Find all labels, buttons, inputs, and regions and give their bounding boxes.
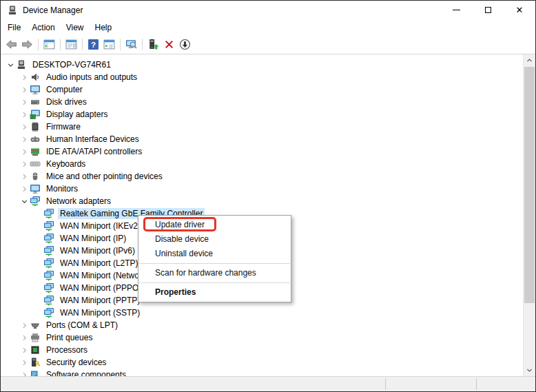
tree-item-firmware[interactable]: Firmware	[1, 121, 523, 133]
back-arrow-icon	[6, 39, 17, 50]
tree-item-print-queues[interactable]: Print queues	[1, 331, 523, 344]
tree-item-disk-drives[interactable]: Disk drives	[1, 96, 523, 108]
network-icon	[43, 307, 54, 318]
network-icon	[30, 196, 41, 207]
collapsed-chevron-icon[interactable]	[19, 332, 30, 343]
menu-separator	[139, 263, 290, 264]
tree-item-label: WAN Miniport (IKEv2)	[58, 220, 143, 231]
show-console-tree-button[interactable]	[41, 37, 57, 52]
tree-item-ports-com-lpt[interactable]: Ports (COM & LPT)	[1, 319, 523, 331]
menu-item-properties[interactable]: Properties	[138, 285, 291, 300]
tree-item-label: Network adapters	[44, 196, 113, 207]
collapsed-chevron-icon[interactable]	[19, 134, 30, 145]
tree-item-monitors[interactable]: Monitors	[1, 183, 523, 195]
network-icon	[43, 295, 54, 306]
action-pane-icon	[103, 39, 115, 50]
expanded-chevron-icon[interactable]	[19, 196, 30, 207]
collapsed-chevron-icon[interactable]	[19, 357, 30, 368]
tree-item-label: Software components	[44, 369, 128, 376]
close-button[interactable]: ✕	[504, 1, 535, 19]
menu-bar: FileActionViewHelp	[1, 19, 535, 35]
maximize-button[interactable]	[472, 1, 504, 19]
tree-item-wan-miniport-sstp[interactable]: WAN Miniport (SSTP)	[1, 307, 523, 319]
menubar-item-help[interactable]: Help	[90, 21, 118, 34]
help-button[interactable]: ?	[85, 37, 101, 52]
properties-icon	[65, 39, 77, 50]
collapsed-chevron-icon[interactable]	[19, 369, 30, 376]
menu-item-uninstall-device[interactable]: Uninstall device	[138, 247, 291, 261]
menu-item-label: Scan for hardware changes	[155, 268, 256, 278]
scan-hardware-changes-icon	[179, 39, 191, 50]
tree-item-label: Keyboards	[44, 158, 87, 169]
tree-item-human-interface-devices[interactable]: Human Interface Devices	[1, 133, 523, 145]
tree-item-label: Computer	[44, 84, 85, 95]
collapsed-chevron-icon[interactable]	[19, 344, 30, 355]
tree-item-keyboards[interactable]: Keyboards	[1, 158, 523, 170]
ide-icon	[30, 146, 41, 157]
uninstall-device-button[interactable]	[161, 37, 177, 52]
statusbar-divider	[476, 378, 477, 390]
tree-item-software-components[interactable]: Software components	[1, 369, 523, 376]
tree-item-desktop-vg74r61[interactable]: DESKTOP-VG74R61	[1, 59, 523, 71]
statusbar-divider	[385, 378, 386, 390]
menu-item-disable-device[interactable]: Disable device	[138, 232, 291, 247]
collapsed-chevron-icon[interactable]	[19, 96, 30, 107]
tree-item-label: WAN Miniport (IP)	[58, 233, 128, 244]
context-menu: Update driverDisable deviceUninstall dev…	[138, 215, 291, 302]
ports-icon	[30, 320, 41, 331]
vertical-scrollbar[interactable]	[523, 54, 535, 376]
collapsed-chevron-icon[interactable]	[19, 158, 30, 169]
tree-item-display-adapters[interactable]: Display adapters	[1, 108, 523, 121]
minimize-button[interactable]	[440, 1, 472, 19]
maximize-icon	[485, 7, 491, 13]
collapsed-chevron-icon[interactable]	[19, 171, 30, 182]
properties-button[interactable]	[63, 37, 79, 52]
tree-item-processors[interactable]: Processors	[1, 344, 523, 356]
menubar-item-file[interactable]: File	[2, 21, 26, 34]
firmware-icon	[30, 121, 41, 132]
tree-item-ide-ata-atapi-controllers[interactable]: IDE ATA/ATAPI controllers	[1, 145, 523, 158]
hid-icon	[30, 134, 41, 145]
menu-item-scan-for-hardware-changes[interactable]: Scan for hardware changes	[138, 266, 291, 280]
collapsed-chevron-icon[interactable]	[19, 320, 30, 331]
collapsed-chevron-icon[interactable]	[19, 84, 30, 95]
menubar-item-action[interactable]: Action	[26, 21, 60, 34]
collapsed-chevron-icon[interactable]	[19, 183, 30, 194]
scan-hardware-changes-button[interactable]	[177, 37, 193, 52]
tree-item-label: Monitors	[44, 183, 80, 194]
tree-item-security-devices[interactable]: Security devices	[1, 356, 523, 369]
tree-item-label: WAN Miniport (IPv6)	[58, 245, 137, 256]
tree-item-label: Processors	[44, 344, 90, 355]
scrollbar-thumb[interactable]	[524, 67, 535, 303]
collapsed-chevron-icon[interactable]	[19, 146, 30, 157]
tree-item-mice-and-other-pointing-devices[interactable]: Mice and other pointing devices	[1, 170, 523, 183]
collapsed-chevron-icon[interactable]	[19, 72, 30, 83]
forward-arrow-button[interactable]	[19, 37, 35, 52]
update-driver-button[interactable]	[145, 37, 161, 52]
back-arrow-button[interactable]	[3, 37, 19, 52]
collapsed-chevron-icon[interactable]	[19, 121, 30, 132]
expander-placeholder	[32, 245, 43, 256]
scroll-down-icon[interactable]	[524, 364, 535, 376]
expanded-chevron-icon[interactable]	[5, 59, 16, 70]
tree-item-computer[interactable]: Computer	[1, 83, 523, 96]
computer-icon	[16, 59, 27, 70]
tree-item-label: IDE ATA/ATAPI controllers	[44, 146, 144, 157]
action-pane-button[interactable]	[101, 37, 117, 52]
menubar-item-view[interactable]: View	[61, 21, 90, 34]
menu-item-label: Properties	[155, 287, 196, 297]
window-title: Device Manager	[23, 6, 440, 15]
device-manager-icon	[7, 5, 18, 16]
processor-icon	[30, 344, 41, 355]
tree-item-label: Audio inputs and outputs	[44, 72, 139, 83]
svg-text:?: ?	[91, 40, 96, 49]
scan-button[interactable]	[123, 37, 139, 52]
tree-item-label: Display adapters	[44, 109, 110, 120]
tree-item-audio-inputs-and-outputs[interactable]: Audio inputs and outputs	[1, 71, 523, 83]
menu-item-update-driver[interactable]: Update driver	[138, 218, 291, 232]
tree-item-network-adapters[interactable]: Network adapters	[1, 195, 523, 207]
collapsed-chevron-icon[interactable]	[19, 109, 30, 120]
network-icon	[43, 233, 54, 244]
scroll-up-icon[interactable]	[524, 54, 535, 66]
update-driver-icon	[147, 39, 159, 50]
